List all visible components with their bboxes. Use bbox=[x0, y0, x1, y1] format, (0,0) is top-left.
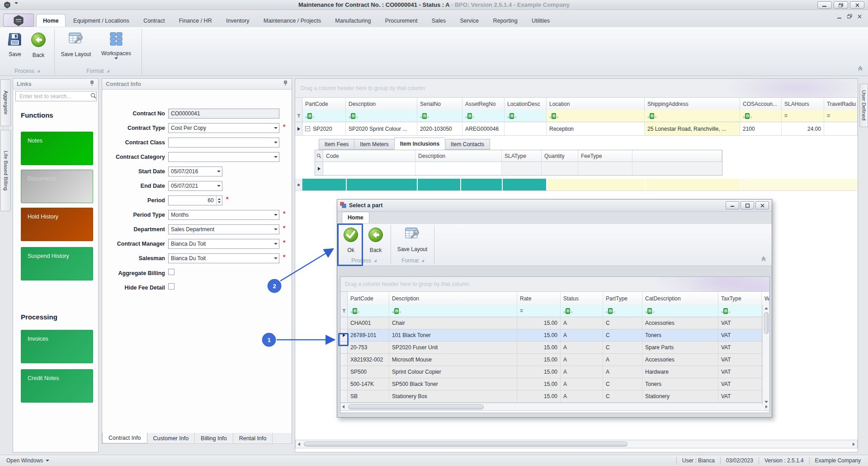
tab-contract[interactable]: Contract bbox=[137, 14, 171, 27]
search-icon[interactable] bbox=[315, 150, 323, 162]
row-indicator[interactable] bbox=[340, 378, 348, 390]
new-row-cell[interactable] bbox=[646, 179, 740, 190]
column-header-taxtype[interactable]: TaxType bbox=[718, 292, 762, 305]
tab-reporting[interactable]: Reporting bbox=[486, 14, 524, 27]
tab-item-fees[interactable]: Item Fees bbox=[319, 139, 354, 150]
row-indicator[interactable] bbox=[340, 342, 348, 353]
filter-cell[interactable]: aBc bbox=[740, 110, 782, 122]
contract-manager-combo[interactable] bbox=[168, 239, 279, 249]
new-row-cell[interactable] bbox=[418, 179, 460, 190]
search-input[interactable] bbox=[19, 93, 90, 100]
column-header-slahours[interactable]: SLAHours bbox=[782, 98, 824, 110]
tab-equipment-locations[interactable]: Equipment / Locations bbox=[67, 14, 136, 27]
new-row-cell[interactable] bbox=[347, 179, 417, 190]
contract-no-field[interactable] bbox=[168, 109, 279, 119]
row-indicator[interactable] bbox=[340, 329, 348, 341]
column-header-location[interactable]: Location bbox=[547, 98, 645, 110]
period-type-combo[interactable] bbox=[168, 210, 279, 220]
equipment-new-row[interactable]: * bbox=[295, 179, 858, 191]
new-row-cell[interactable] bbox=[741, 179, 858, 190]
column-header-travelradius[interactable]: TravelRadiu bbox=[824, 98, 858, 110]
new-row-cell[interactable] bbox=[547, 179, 645, 190]
scroll-left-icon[interactable] bbox=[298, 442, 300, 446]
sidebar-tab-life-based-billing[interactable]: Life Based Billing bbox=[0, 130, 11, 211]
filter-cell[interactable]: aBc bbox=[505, 110, 547, 122]
filter-cell[interactable]: aBc bbox=[603, 305, 642, 317]
filter-pin-icon[interactable] bbox=[295, 110, 302, 122]
dialog-maximize-button[interactable] bbox=[741, 201, 754, 209]
department-combo[interactable] bbox=[168, 224, 279, 234]
column-header-shippingaddress[interactable]: ShippingAddress bbox=[645, 98, 740, 110]
scroll-right-icon[interactable] bbox=[765, 405, 768, 409]
filter-cell[interactable]: aBc bbox=[718, 305, 762, 317]
invoices-button[interactable]: Invoices bbox=[21, 330, 93, 363]
dialog-group-by-bar[interactable]: Drag a column header here to group by th… bbox=[340, 277, 769, 292]
row-indicator[interactable] bbox=[340, 366, 348, 378]
application-menu-button[interactable] bbox=[3, 14, 34, 27]
tab-item-contacts[interactable]: Item Contacts bbox=[445, 139, 490, 150]
pin-icon[interactable] bbox=[283, 81, 288, 87]
tab-service[interactable]: Service bbox=[453, 14, 485, 27]
chevron-down-icon[interactable] bbox=[272, 239, 279, 248]
filter-cell[interactable]: aBc bbox=[302, 110, 346, 122]
equipment-row-sp2020[interactable]: −SP2020 SP2020 Sprint Colour ... 2020-10… bbox=[295, 122, 858, 136]
mdi-minimize-icon[interactable] bbox=[837, 14, 842, 20]
open-windows-button[interactable]: Open Windows bbox=[6, 457, 49, 464]
hold-history-button[interactable]: Hold History bbox=[21, 208, 93, 241]
inclusions-empty-row[interactable] bbox=[315, 162, 722, 175]
filter-cell[interactable]: aBc bbox=[642, 305, 718, 317]
table-row[interactable]: 500-147K SP500 Black Toner 15.00 A C Ton… bbox=[340, 378, 769, 390]
filter-cell[interactable]: aBc bbox=[348, 305, 389, 317]
column-header-feetype[interactable]: FeeType bbox=[578, 150, 632, 162]
row-indicator[interactable] bbox=[340, 390, 348, 402]
column-header-description[interactable]: Description bbox=[346, 98, 417, 110]
filter-cell[interactable]: = bbox=[824, 110, 858, 122]
links-search[interactable] bbox=[15, 91, 97, 101]
mdi-restore-icon[interactable] bbox=[847, 14, 852, 20]
tab-sales[interactable]: Sales bbox=[425, 14, 452, 27]
column-header-assetregno[interactable]: AssetRegNo bbox=[462, 98, 505, 110]
column-header-description[interactable]: Description bbox=[389, 292, 517, 305]
scrollbar-thumb[interactable] bbox=[304, 442, 627, 447]
column-header-partcode[interactable]: PartCode bbox=[348, 292, 389, 305]
column-header-locationdesc[interactable]: LocationDesc bbox=[505, 98, 547, 110]
tab-utilities[interactable]: Utilities bbox=[525, 14, 556, 27]
new-row-cell[interactable] bbox=[461, 179, 502, 190]
column-header-quantity[interactable]: Quantity bbox=[542, 150, 578, 162]
collapse-row-icon[interactable]: − bbox=[305, 126, 310, 131]
contract-category-combo[interactable] bbox=[168, 152, 279, 162]
tab-item-inclusions[interactable]: Item Inclusions bbox=[394, 138, 445, 150]
end-date-picker[interactable] bbox=[168, 181, 222, 191]
suspend-history-button[interactable]: Suspend History bbox=[21, 247, 93, 281]
filter-cell[interactable]: aBc bbox=[645, 110, 740, 122]
tab-finance-hr[interactable]: Finance / HR bbox=[173, 14, 218, 27]
chevron-down-icon[interactable] bbox=[216, 167, 222, 176]
chevron-down-icon[interactable] bbox=[272, 138, 279, 147]
dialog-hscrollbar[interactable] bbox=[340, 403, 769, 411]
column-header-description[interactable]: Description bbox=[415, 150, 502, 162]
tab-maintenance-projects[interactable]: Maintenance / Projects bbox=[257, 14, 327, 27]
column-header-catdescription[interactable]: CatDescription bbox=[642, 292, 718, 305]
tab-rental-info[interactable]: Rental Info bbox=[233, 433, 273, 443]
contract-type-combo[interactable] bbox=[168, 123, 279, 133]
close-button[interactable] bbox=[850, 1, 864, 9]
table-row[interactable]: 20-753 SP2020 Fuser Unit 15.00 A C Spare… bbox=[340, 342, 769, 354]
back-button[interactable]: Back bbox=[24, 30, 52, 68]
row-indicator[interactable] bbox=[340, 317, 348, 329]
filter-pin-icon[interactable] bbox=[340, 305, 348, 317]
new-row-cell[interactable] bbox=[503, 179, 546, 190]
notes-button[interactable]: Notes bbox=[21, 132, 93, 165]
table-row[interactable]: CHA001 Chair 15.00 A C Accessories VAT bbox=[340, 317, 769, 329]
save-layout-button[interactable]: Save Layout bbox=[59, 30, 93, 68]
row-indicator[interactable] bbox=[295, 122, 302, 135]
start-date-picker[interactable] bbox=[168, 166, 222, 176]
column-header-weight[interactable]: We bbox=[762, 292, 769, 305]
credit-notes-button[interactable]: Credit Notes bbox=[21, 369, 93, 403]
dialog-tab-home[interactable]: Home bbox=[342, 212, 369, 223]
search-icon[interactable] bbox=[90, 93, 96, 100]
aggregate-billing-checkbox[interactable] bbox=[168, 269, 175, 275]
group-by-bar[interactable]: Drag a column header here to group by th… bbox=[295, 79, 858, 98]
chevron-down-icon[interactable] bbox=[272, 254, 279, 263]
scrollbar-thumb[interactable] bbox=[764, 312, 769, 334]
ribbon-collapse-chevron-icon[interactable] bbox=[857, 66, 863, 73]
